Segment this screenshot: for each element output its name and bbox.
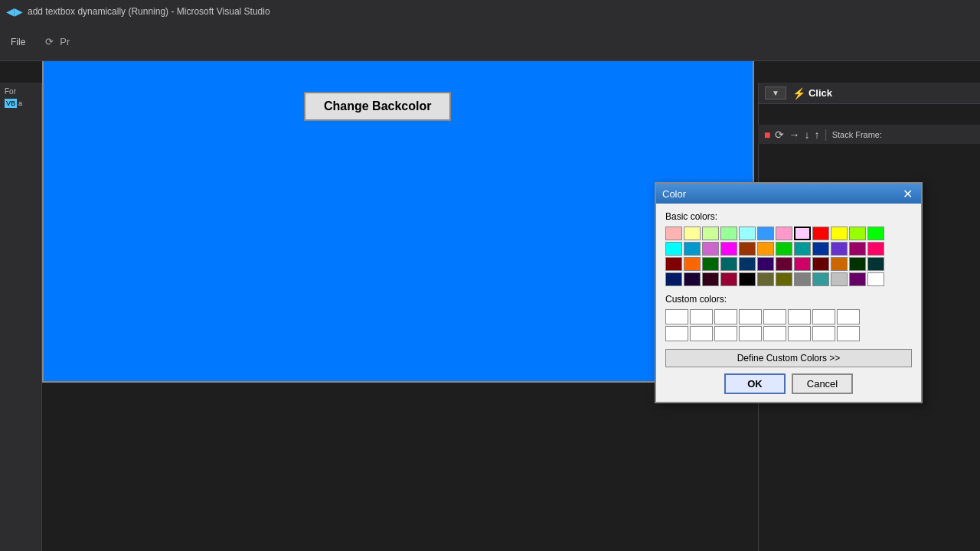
basic-color-swatch-30[interactable] [776, 257, 792, 271]
basic-color-swatch-35[interactable] [867, 257, 884, 271]
dialog-button-row: OK Cancel [665, 373, 912, 394]
form5-window: 🪟 Form5 _ □ ✕ Change Backcolor [42, 23, 754, 383]
menu-file[interactable]: File [6, 35, 30, 49]
custom-color-swatch-11[interactable] [739, 326, 762, 341]
basic-color-swatch-7[interactable] [794, 227, 811, 240]
vs-icon: ◀▶ [6, 5, 23, 18]
custom-colors-label: Custom colors: [665, 294, 912, 305]
basic-color-swatch-25[interactable] [684, 257, 701, 271]
basic-color-swatch-10[interactable] [849, 227, 866, 240]
basic-color-swatch-42[interactable] [776, 272, 792, 286]
custom-color-swatch-13[interactable] [788, 326, 811, 341]
basic-color-swatch-47[interactable] [867, 272, 884, 286]
basic-color-swatch-38[interactable] [702, 272, 719, 286]
color-dialog: Color ✕ Basic colors: Custom colors: Def… [655, 182, 923, 403]
debug-step-btn1[interactable]: → [789, 129, 799, 141]
custom-color-swatch-8[interactable] [665, 326, 688, 341]
debug-restart-btn[interactable]: ⟳ [775, 129, 784, 141]
basic-color-swatch-2[interactable] [702, 227, 719, 240]
basic-color-swatch-21[interactable] [831, 242, 848, 256]
custom-color-swatch-12[interactable] [763, 326, 786, 341]
vs-toolbar: File ⟳ Pr [0, 23, 980, 61]
basic-color-swatch-37[interactable] [684, 272, 701, 286]
click-label-text: Click [808, 87, 832, 99]
change-backcolor-button[interactable]: Change Backcolor [304, 92, 451, 121]
custom-color-swatch-7[interactable] [837, 309, 860, 324]
custom-color-swatch-15[interactable] [837, 326, 860, 341]
basic-color-swatch-12[interactable] [665, 242, 682, 256]
click-event-label[interactable]: ⚡ Click [792, 87, 832, 99]
custom-color-swatch-1[interactable] [690, 309, 713, 324]
basic-color-swatch-4[interactable] [739, 227, 756, 240]
basic-color-swatch-18[interactable] [776, 242, 792, 256]
basic-color-swatch-29[interactable] [757, 257, 774, 271]
vs-left-strip: For VB a [0, 83, 42, 551]
custom-color-swatch-3[interactable] [739, 309, 762, 324]
basic-color-swatch-23[interactable] [867, 242, 884, 256]
code-scope-dropdown[interactable]: ▼ [765, 86, 786, 99]
basic-color-swatch-8[interactable] [812, 227, 829, 240]
vs-title: add textbox dynamically (Running) - Micr… [28, 6, 270, 17]
basic-color-swatch-9[interactable] [831, 227, 848, 240]
debug-step-btn3[interactable]: ↑ [814, 129, 819, 141]
basic-color-swatch-19[interactable] [794, 242, 811, 256]
basic-color-swatch-20[interactable] [812, 242, 829, 256]
vs-code-toolbar: ▼ ⚡ Click [759, 83, 980, 104]
basic-color-swatch-5[interactable] [757, 227, 774, 240]
color-dialog-body: Basic colors: Custom colors: Define Cust… [656, 204, 921, 402]
color-dialog-titlebar: Color ✕ [656, 184, 921, 204]
debug-stop-btn[interactable]: ■ [764, 129, 770, 141]
basic-color-swatch-3[interactable] [720, 227, 737, 240]
cancel-button[interactable]: Cancel [792, 373, 853, 394]
lightning-icon: ⚡ [792, 87, 805, 99]
color-dialog-title-text: Color [662, 188, 686, 200]
basic-color-swatch-28[interactable] [739, 257, 756, 271]
basic-color-swatch-1[interactable] [684, 227, 701, 240]
basic-color-swatch-33[interactable] [831, 257, 848, 271]
basic-color-swatch-32[interactable] [812, 257, 829, 271]
vs-debug-toolbar: ■ ⟳ → ↓ ↑ | Stack Frame: [758, 125, 980, 144]
stack-frame-separator: | [824, 128, 827, 142]
basic-color-swatch-22[interactable] [849, 242, 866, 256]
basic-colors-label: Basic colors: [665, 211, 912, 222]
basic-color-swatch-6[interactable] [776, 227, 792, 240]
custom-color-swatch-4[interactable] [763, 309, 786, 324]
custom-color-swatch-0[interactable] [665, 309, 688, 324]
basic-color-swatch-36[interactable] [665, 272, 682, 286]
ok-button[interactable]: OK [724, 373, 786, 394]
basic-color-swatch-43[interactable] [794, 272, 811, 286]
basic-color-swatch-34[interactable] [849, 257, 866, 271]
toolbar-btn-1[interactable]: ⟳ [45, 36, 54, 47]
debug-step-btn2[interactable]: ↓ [804, 129, 809, 141]
basic-color-swatch-46[interactable] [849, 272, 866, 286]
basic-color-swatch-17[interactable] [757, 242, 774, 256]
basic-color-swatch-39[interactable] [720, 272, 737, 286]
basic-color-swatch-16[interactable] [739, 242, 756, 256]
basic-color-swatch-45[interactable] [831, 272, 848, 286]
basic-color-swatch-15[interactable] [720, 242, 737, 256]
basic-color-swatch-41[interactable] [757, 272, 774, 286]
basic-colors-grid [665, 227, 912, 286]
basic-color-swatch-27[interactable] [720, 257, 737, 271]
custom-color-swatch-6[interactable] [812, 309, 835, 324]
basic-color-swatch-13[interactable] [684, 242, 701, 256]
basic-color-swatch-40[interactable] [739, 272, 756, 286]
basic-color-swatch-44[interactable] [812, 272, 829, 286]
custom-color-swatch-9[interactable] [690, 326, 713, 341]
basic-color-swatch-31[interactable] [794, 257, 811, 271]
custom-color-swatch-14[interactable] [812, 326, 835, 341]
basic-color-swatch-24[interactable] [665, 257, 682, 271]
custom-color-swatch-5[interactable] [788, 309, 811, 324]
color-dialog-close-btn[interactable]: ✕ [900, 186, 915, 201]
left-form-label: For [2, 86, 40, 97]
custom-color-swatch-10[interactable] [714, 326, 737, 341]
custom-colors-grid [665, 309, 912, 341]
custom-color-swatch-2[interactable] [714, 309, 737, 324]
basic-color-swatch-0[interactable] [665, 227, 682, 240]
toolbar-btn-2[interactable]: Pr [60, 36, 70, 47]
basic-color-swatch-26[interactable] [702, 257, 719, 271]
left-vb-label: VB a [2, 97, 40, 109]
define-custom-colors-button[interactable]: Define Custom Colors >> [665, 349, 912, 367]
basic-color-swatch-11[interactable] [867, 227, 884, 240]
basic-color-swatch-14[interactable] [702, 242, 719, 256]
